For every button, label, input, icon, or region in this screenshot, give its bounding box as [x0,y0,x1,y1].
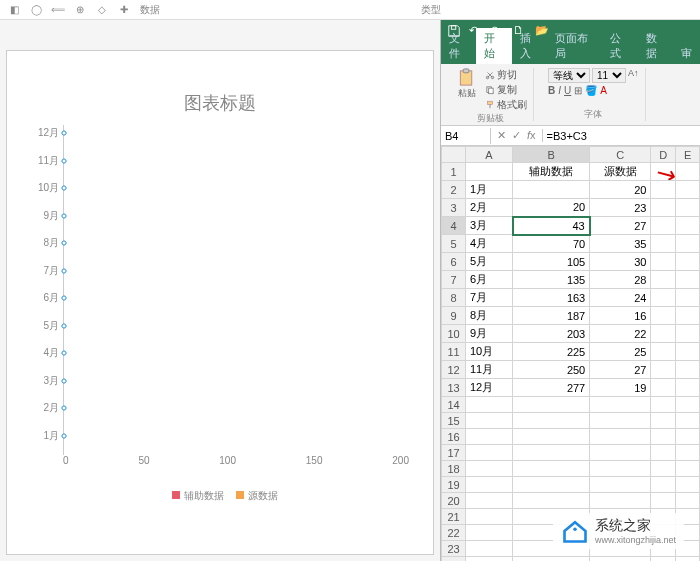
cell[interactable]: 2月 [466,199,513,217]
cancel-icon[interactable]: ✕ [497,129,506,142]
cell[interactable]: 135 [513,271,590,289]
cell[interactable] [590,509,651,525]
cell[interactable] [590,525,651,541]
cell[interactable] [676,217,700,235]
cell[interactable] [676,271,700,289]
cell[interactable] [466,541,513,557]
cell[interactable]: 6月 [466,271,513,289]
col-header[interactable]: B [513,147,590,163]
cell[interactable]: 20 [590,181,651,199]
cell[interactable]: 5月 [466,253,513,271]
cell[interactable] [513,397,590,413]
cell[interactable] [676,397,700,413]
row-header[interactable]: 23 [442,541,466,557]
cell[interactable]: 19 [590,379,651,397]
target-icon[interactable]: ⊕ [74,4,86,16]
cell[interactable] [466,525,513,541]
chart-plot[interactable] [63,125,409,455]
cell[interactable] [466,509,513,525]
filter-icon[interactable]: ◧ [8,4,20,16]
row-header[interactable]: 8 [442,289,466,307]
cell[interactable] [651,253,676,271]
cell[interactable] [651,413,676,429]
cell[interactable]: 源数据 [590,163,651,181]
bold-button[interactable]: B [548,85,555,96]
enter-icon[interactable]: ✓ [512,129,521,142]
cell[interactable] [466,477,513,493]
cell[interactable] [651,509,676,525]
cell[interactable]: 9月 [466,325,513,343]
cell[interactable] [590,413,651,429]
row-header[interactable]: 5 [442,235,466,253]
cell[interactable] [651,199,676,217]
cell[interactable] [651,525,676,541]
row-header[interactable]: 3 [442,199,466,217]
cell[interactable] [676,477,700,493]
cell[interactable] [513,493,590,509]
tab-review[interactable]: 审 [673,43,700,64]
cell[interactable] [676,493,700,509]
cell[interactable]: 11月 [466,361,513,379]
col-header[interactable]: C [590,147,651,163]
row-header[interactable]: 7 [442,271,466,289]
cell[interactable] [676,429,700,445]
cell[interactable] [651,217,676,235]
cell[interactable] [676,361,700,379]
cell[interactable]: 105 [513,253,590,271]
cell[interactable] [676,461,700,477]
cell[interactable] [513,541,590,557]
font-color-button[interactable]: A [600,85,607,96]
col-header[interactable]: D [651,147,676,163]
fx-icon[interactable]: fx [527,129,536,142]
row-header[interactable]: 16 [442,429,466,445]
cell[interactable]: 10月 [466,343,513,361]
cell[interactable] [651,307,676,325]
cell[interactable] [466,461,513,477]
cell[interactable]: 22 [590,325,651,343]
cell[interactable] [590,557,651,562]
cell[interactable] [676,199,700,217]
cell[interactable] [676,541,700,557]
cell[interactable] [651,477,676,493]
cell[interactable]: 4月 [466,235,513,253]
cell[interactable] [676,325,700,343]
increase-font-icon[interactable]: A↑ [628,68,639,83]
cell[interactable] [676,413,700,429]
cell[interactable]: 12月 [466,379,513,397]
name-box[interactable]: B4 [441,128,491,144]
cell[interactable]: 203 [513,325,590,343]
cell[interactable] [466,397,513,413]
cell[interactable] [676,445,700,461]
row-header[interactable]: 1 [442,163,466,181]
fill-color-button[interactable]: 🪣 [585,85,597,96]
spreadsheet-grid[interactable]: ABCDE1辅助数据源数据21月2032月202343月432754月70356… [441,146,700,561]
cell[interactable]: 250 [513,361,590,379]
border-button[interactable]: ⊞ [574,85,582,96]
cell[interactable] [651,343,676,361]
cell[interactable] [590,541,651,557]
tab-insert[interactable]: 插入 [512,28,547,64]
paste-button[interactable]: 粘贴 [453,68,481,100]
cell[interactable] [676,253,700,271]
cell[interactable]: 277 [513,379,590,397]
circle-icon[interactable]: ◯ [30,4,42,16]
cell[interactable] [651,541,676,557]
row-header[interactable]: 12 [442,361,466,379]
underline-button[interactable]: U [564,85,571,96]
select-all-cell[interactable] [442,147,466,163]
cell[interactable]: 8月 [466,307,513,325]
cell[interactable] [466,429,513,445]
format-painter-button[interactable]: 格式刷 [485,98,527,112]
cell[interactable] [513,509,590,525]
cell[interactable]: 20 [513,199,590,217]
chart-title[interactable]: 图表标题 [27,91,413,115]
cell[interactable] [651,181,676,199]
cell[interactable]: 30 [590,253,651,271]
row-header[interactable]: 18 [442,461,466,477]
cell[interactable] [590,477,651,493]
cell[interactable] [590,397,651,413]
tab-file[interactable]: 文件 [441,28,476,64]
cell[interactable]: 43 [513,217,590,235]
row-header[interactable]: 17 [442,445,466,461]
cell[interactable] [513,445,590,461]
